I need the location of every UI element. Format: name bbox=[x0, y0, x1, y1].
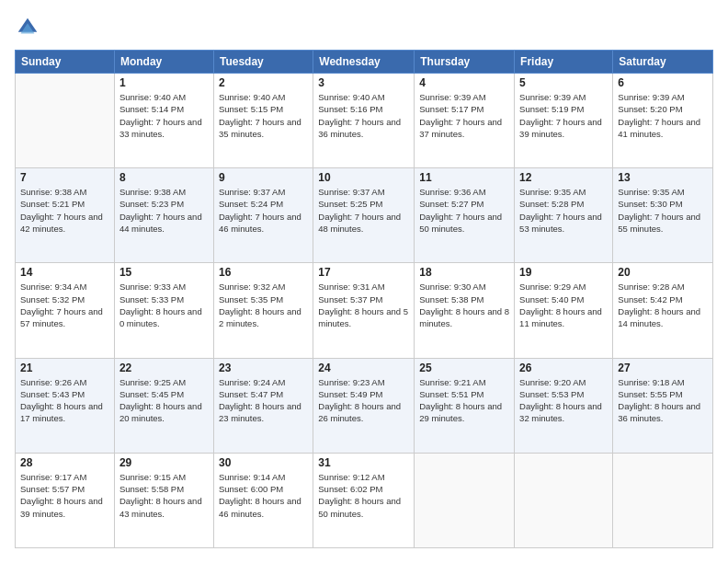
day-info: Sunrise: 9:37 AMSunset: 5:24 PMDaylight:… bbox=[219, 186, 308, 235]
calendar-cell: 20Sunrise: 9:28 AMSunset: 5:42 PMDayligh… bbox=[613, 263, 713, 358]
calendar-cell: 31Sunrise: 9:12 AMSunset: 6:02 PMDayligh… bbox=[313, 453, 415, 547]
day-number: 31 bbox=[318, 456, 409, 469]
day-info: Sunrise: 9:25 AMSunset: 5:45 PMDaylight:… bbox=[119, 376, 209, 425]
weekday-header-row: SundayMondayTuesdayWednesdayThursdayFrid… bbox=[16, 51, 713, 74]
day-info: Sunrise: 9:40 AMSunset: 5:15 PMDaylight:… bbox=[219, 91, 308, 140]
calendar-cell: 5Sunrise: 9:39 AMSunset: 5:19 PMDaylight… bbox=[515, 74, 613, 168]
day-number: 26 bbox=[519, 362, 608, 374]
day-number: 28 bbox=[20, 456, 109, 469]
day-info: Sunrise: 9:36 AMSunset: 5:27 PMDaylight:… bbox=[419, 186, 509, 235]
calendar-week-row: 28Sunrise: 9:17 AMSunset: 5:57 PMDayligh… bbox=[16, 453, 713, 547]
day-number: 18 bbox=[419, 266, 509, 279]
calendar-cell bbox=[613, 453, 713, 547]
day-info: Sunrise: 9:39 AMSunset: 5:20 PMDaylight:… bbox=[618, 91, 708, 140]
calendar-cell: 8Sunrise: 9:38 AMSunset: 5:23 PMDaylight… bbox=[114, 168, 213, 263]
calendar-cell bbox=[16, 74, 115, 168]
calendar-cell: 10Sunrise: 9:37 AMSunset: 5:25 PMDayligh… bbox=[313, 168, 415, 263]
day-number: 1 bbox=[119, 76, 209, 89]
calendar-cell: 3Sunrise: 9:40 AMSunset: 5:16 PMDaylight… bbox=[313, 74, 415, 168]
day-info: Sunrise: 9:34 AMSunset: 5:32 PMDaylight:… bbox=[20, 281, 109, 329]
calendar-week-row: 14Sunrise: 9:34 AMSunset: 5:32 PMDayligh… bbox=[16, 263, 713, 358]
day-number: 20 bbox=[618, 266, 708, 279]
day-info: Sunrise: 9:40 AMSunset: 5:16 PMDaylight:… bbox=[318, 91, 409, 140]
day-number: 27 bbox=[618, 362, 708, 374]
calendar-cell: 16Sunrise: 9:32 AMSunset: 5:35 PMDayligh… bbox=[213, 263, 313, 358]
day-number: 8 bbox=[119, 171, 209, 184]
day-number: 2 bbox=[219, 76, 308, 89]
calendar-cell: 26Sunrise: 9:20 AMSunset: 5:53 PMDayligh… bbox=[515, 358, 613, 453]
day-info: Sunrise: 9:40 AMSunset: 5:14 PMDaylight:… bbox=[119, 91, 209, 140]
calendar-cell: 21Sunrise: 9:26 AMSunset: 5:43 PMDayligh… bbox=[16, 358, 115, 453]
day-info: Sunrise: 9:23 AMSunset: 5:49 PMDaylight:… bbox=[318, 376, 409, 425]
calendar-cell: 9Sunrise: 9:37 AMSunset: 5:24 PMDaylight… bbox=[213, 168, 313, 263]
day-number: 21 bbox=[20, 362, 109, 374]
calendar-cell: 11Sunrise: 9:36 AMSunset: 5:27 PMDayligh… bbox=[415, 168, 515, 263]
calendar-week-row: 1Sunrise: 9:40 AMSunset: 5:14 PMDaylight… bbox=[16, 74, 713, 168]
calendar-table: SundayMondayTuesdayWednesdayThursdayFrid… bbox=[15, 50, 713, 548]
calendar-cell: 23Sunrise: 9:24 AMSunset: 5:47 PMDayligh… bbox=[213, 358, 313, 453]
calendar-cell: 30Sunrise: 9:14 AMSunset: 6:00 PMDayligh… bbox=[213, 453, 313, 547]
logo bbox=[15, 15, 42, 40]
day-number: 5 bbox=[519, 76, 608, 89]
calendar-cell: 6Sunrise: 9:39 AMSunset: 5:20 PMDaylight… bbox=[613, 74, 713, 168]
day-info: Sunrise: 9:39 AMSunset: 5:17 PMDaylight:… bbox=[419, 91, 509, 140]
calendar-cell: 22Sunrise: 9:25 AMSunset: 5:45 PMDayligh… bbox=[114, 358, 213, 453]
day-info: Sunrise: 9:37 AMSunset: 5:25 PMDaylight:… bbox=[318, 186, 409, 235]
day-info: Sunrise: 9:24 AMSunset: 5:47 PMDaylight:… bbox=[219, 376, 308, 425]
calendar-cell: 2Sunrise: 9:40 AMSunset: 5:15 PMDaylight… bbox=[213, 74, 313, 168]
weekday-header-monday: Monday bbox=[114, 51, 213, 74]
calendar-cell bbox=[415, 453, 515, 547]
calendar-cell: 14Sunrise: 9:34 AMSunset: 5:32 PMDayligh… bbox=[16, 263, 115, 358]
weekday-header-sunday: Sunday bbox=[16, 51, 115, 74]
calendar-cell: 4Sunrise: 9:39 AMSunset: 5:17 PMDaylight… bbox=[415, 74, 515, 168]
calendar-cell: 13Sunrise: 9:35 AMSunset: 5:30 PMDayligh… bbox=[613, 168, 713, 263]
calendar-cell: 24Sunrise: 9:23 AMSunset: 5:49 PMDayligh… bbox=[313, 358, 415, 453]
day-info: Sunrise: 9:33 AMSunset: 5:33 PMDaylight:… bbox=[119, 281, 209, 329]
day-info: Sunrise: 9:14 AMSunset: 6:00 PMDaylight:… bbox=[219, 471, 308, 520]
calendar-cell: 18Sunrise: 9:30 AMSunset: 5:38 PMDayligh… bbox=[415, 263, 515, 358]
calendar-cell: 29Sunrise: 9:15 AMSunset: 5:58 PMDayligh… bbox=[114, 453, 213, 547]
day-number: 24 bbox=[318, 362, 409, 374]
day-info: Sunrise: 9:26 AMSunset: 5:43 PMDaylight:… bbox=[20, 376, 109, 425]
day-info: Sunrise: 9:15 AMSunset: 5:58 PMDaylight:… bbox=[119, 471, 209, 520]
calendar-cell: 28Sunrise: 9:17 AMSunset: 5:57 PMDayligh… bbox=[16, 453, 115, 547]
day-info: Sunrise: 9:38 AMSunset: 5:21 PMDaylight:… bbox=[20, 186, 109, 235]
calendar-cell bbox=[515, 453, 613, 547]
day-number: 14 bbox=[20, 266, 109, 279]
logo-icon bbox=[15, 15, 40, 40]
calendar-week-row: 7Sunrise: 9:38 AMSunset: 5:21 PMDaylight… bbox=[16, 168, 713, 263]
day-info: Sunrise: 9:17 AMSunset: 5:57 PMDaylight:… bbox=[20, 471, 109, 520]
day-number: 23 bbox=[219, 362, 308, 374]
calendar-cell: 27Sunrise: 9:18 AMSunset: 5:55 PMDayligh… bbox=[613, 358, 713, 453]
day-number: 3 bbox=[318, 76, 409, 89]
day-info: Sunrise: 9:35 AMSunset: 5:28 PMDaylight:… bbox=[519, 186, 608, 235]
day-number: 25 bbox=[419, 362, 509, 374]
day-info: Sunrise: 9:12 AMSunset: 6:02 PMDaylight:… bbox=[318, 471, 409, 520]
day-number: 29 bbox=[119, 456, 209, 469]
day-info: Sunrise: 9:30 AMSunset: 5:38 PMDaylight:… bbox=[419, 281, 509, 329]
header bbox=[15, 15, 713, 40]
calendar-cell: 25Sunrise: 9:21 AMSunset: 5:51 PMDayligh… bbox=[415, 358, 515, 453]
calendar-cell: 7Sunrise: 9:38 AMSunset: 5:21 PMDaylight… bbox=[16, 168, 115, 263]
day-info: Sunrise: 9:20 AMSunset: 5:53 PMDaylight:… bbox=[519, 376, 608, 425]
weekday-header-wednesday: Wednesday bbox=[313, 51, 415, 74]
day-info: Sunrise: 9:38 AMSunset: 5:23 PMDaylight:… bbox=[119, 186, 209, 235]
weekday-header-friday: Friday bbox=[515, 51, 613, 74]
day-info: Sunrise: 9:21 AMSunset: 5:51 PMDaylight:… bbox=[419, 376, 509, 425]
calendar-cell: 17Sunrise: 9:31 AMSunset: 5:37 PMDayligh… bbox=[313, 263, 415, 358]
day-info: Sunrise: 9:32 AMSunset: 5:35 PMDaylight:… bbox=[219, 281, 308, 329]
page: SundayMondayTuesdayWednesdayThursdayFrid… bbox=[0, 0, 728, 563]
day-info: Sunrise: 9:29 AMSunset: 5:40 PMDaylight:… bbox=[519, 281, 608, 329]
day-number: 15 bbox=[119, 266, 209, 279]
day-number: 7 bbox=[20, 171, 109, 184]
day-number: 16 bbox=[219, 266, 308, 279]
day-info: Sunrise: 9:31 AMSunset: 5:37 PMDaylight:… bbox=[318, 281, 409, 329]
calendar-cell: 1Sunrise: 9:40 AMSunset: 5:14 PMDaylight… bbox=[114, 74, 213, 168]
calendar-cell: 19Sunrise: 9:29 AMSunset: 5:40 PMDayligh… bbox=[515, 263, 613, 358]
day-info: Sunrise: 9:39 AMSunset: 5:19 PMDaylight:… bbox=[519, 91, 608, 140]
calendar-cell: 12Sunrise: 9:35 AMSunset: 5:28 PMDayligh… bbox=[515, 168, 613, 263]
weekday-header-tuesday: Tuesday bbox=[213, 51, 313, 74]
day-number: 22 bbox=[119, 362, 209, 374]
weekday-header-thursday: Thursday bbox=[415, 51, 515, 74]
day-number: 6 bbox=[618, 76, 708, 89]
